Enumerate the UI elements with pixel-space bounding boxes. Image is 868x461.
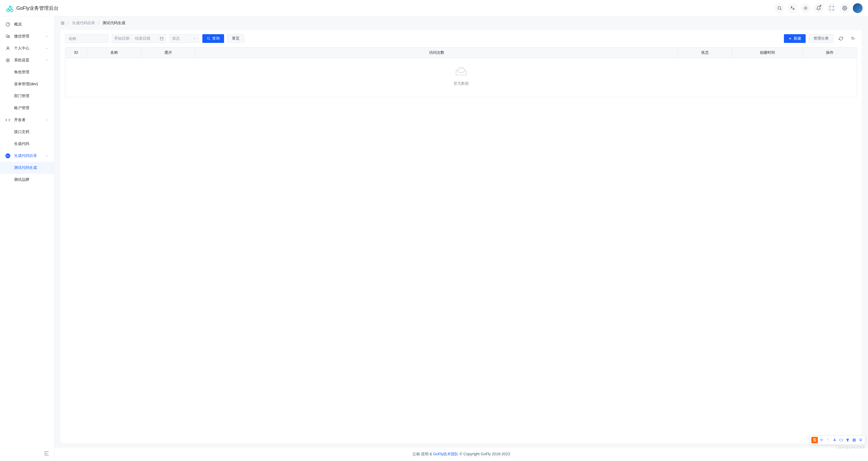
th-image: 图片	[141, 48, 195, 58]
logo-text: GoFly业务管理后台	[16, 5, 59, 11]
notification-dot	[820, 5, 822, 6]
svg-rect-17	[853, 439, 854, 440]
sidebar-item-label: 角色管理	[14, 70, 49, 75]
header-right	[775, 3, 863, 13]
sidebar-item-label: 接口文档	[14, 129, 49, 135]
svg-rect-16	[839, 439, 843, 441]
reset-button[interactable]: 重置	[227, 34, 244, 43]
search-icon	[207, 37, 211, 40]
toolbar-right: 新建 管理分类	[784, 34, 857, 43]
status-select[interactable]: 状态	[169, 34, 199, 43]
sidebar-item-2[interactable]: 个人中心	[0, 42, 54, 54]
breadcrumb-sep: /	[98, 21, 99, 25]
table-empty: 暂无数据	[65, 58, 857, 97]
plus-icon	[788, 37, 792, 40]
refresh-icon[interactable]	[837, 34, 845, 43]
date-range-input[interactable]: 开始日期 - 结束日期	[112, 34, 166, 43]
search-button-label: 查询	[212, 36, 220, 41]
toolbar-left: 开始日期 - 结束日期 状态 查询 重置	[65, 34, 781, 43]
ime-grid-icon[interactable]	[851, 437, 857, 443]
sidebar-item-0[interactable]: 概况	[0, 19, 54, 30]
fullscreen-icon[interactable]	[827, 3, 837, 13]
svg-point-21	[860, 439, 861, 441]
content: / 生成代码目录 / 测试代码生成 开始日期 - 结束日期 状态	[54, 16, 868, 461]
sidebar-item-8[interactable]: 开发者	[0, 114, 54, 126]
empty-icon	[454, 66, 468, 77]
sidebar-item-label: 开发者	[14, 118, 45, 122]
watermark: CSDN @GoFly开发者	[836, 445, 865, 450]
sidebar-item-label: 测试品牌	[14, 177, 49, 182]
logo[interactable]: GoFly业务管理后台	[5, 4, 59, 12]
text-size-icon[interactable]	[848, 34, 857, 43]
calendar-icon	[160, 37, 163, 40]
ime-settings-icon[interactable]	[858, 437, 863, 443]
breadcrumb-home-icon[interactable]	[61, 21, 65, 25]
category-button-label: 管理分类	[813, 36, 829, 41]
theme-icon[interactable]	[801, 3, 810, 13]
sidebar-item-7[interactable]: 账户管理	[0, 102, 54, 114]
settings-icon[interactable]	[840, 3, 849, 13]
date-sep: -	[131, 36, 133, 41]
th-action: 操作	[803, 48, 857, 58]
header-left: GoFly业务管理后台	[5, 4, 59, 12]
notification-icon[interactable]	[814, 3, 824, 13]
sidebar-item-label: 部门管理	[14, 94, 49, 98]
header: GoFly业务管理后台	[0, 0, 868, 16]
ime-mic-icon[interactable]	[832, 437, 837, 443]
empty-text: 暂无数据	[65, 81, 857, 86]
sidebar-item-10[interactable]: 生成代码	[0, 138, 54, 150]
date-end-placeholder: 结束日期	[135, 36, 150, 41]
th-id: ID	[65, 48, 87, 58]
toolbar: 开始日期 - 结束日期 状态 查询 重置	[61, 30, 862, 47]
footer-right: © Copyright GoFly 2018-2023	[458, 452, 510, 456]
sidebar-item-4[interactable]: 角色管理	[0, 66, 54, 78]
svg-point-4	[844, 7, 845, 9]
sidebar: 概况微信管理个人中心系统设置角色管理菜单管理(dev)部门管理账户管理开发者接口…	[0, 16, 54, 461]
th-created: 创建时间	[732, 48, 803, 58]
svg-point-15	[207, 37, 209, 39]
sidebar-item-label: 个人中心	[14, 46, 45, 51]
new-button[interactable]: 新建	[784, 34, 806, 43]
svg-point-3	[805, 7, 806, 9]
breadcrumb-item-catalog[interactable]: 生成代码目录	[72, 21, 95, 26]
sidebar-item-label: 测试代码生成	[14, 165, 49, 170]
footer-left: 云南·昆明 &	[412, 452, 433, 456]
category-button[interactable]: 管理分类	[809, 34, 833, 43]
sidebar-item-1[interactable]: 微信管理	[0, 30, 54, 42]
sidebar-item-label: 微信管理	[14, 34, 45, 39]
sidebar-item-12[interactable]: 测试代码生成	[0, 162, 54, 174]
search-icon[interactable]	[775, 3, 784, 13]
ime-punct-icon[interactable]: °,	[826, 437, 831, 443]
th-name: 名称	[87, 48, 141, 58]
data-table: ID 名称 图片 访问次数 状态 创建时间 操作 暂无数据	[65, 47, 857, 97]
ime-skin-icon[interactable]	[845, 437, 850, 443]
avatar[interactable]	[853, 3, 863, 13]
translate-icon[interactable]	[788, 3, 798, 13]
sidebar-item-13[interactable]: 测试品牌	[0, 174, 54, 186]
svg-point-2	[778, 6, 781, 9]
ime-toolbar[interactable]: S 中 °,	[809, 435, 865, 445]
sidebar-item-11[interactable]: En生成代码目录	[0, 150, 54, 162]
search-button[interactable]: 查询	[203, 34, 224, 43]
status-placeholder: 状态	[172, 36, 191, 41]
sidebar-item-9[interactable]: 接口文档	[0, 126, 54, 138]
sidebar-item-6[interactable]: 部门管理	[0, 90, 54, 102]
sidebar-item-label: 菜单管理(dev)	[14, 82, 49, 87]
ime-keyboard-icon[interactable]	[838, 437, 844, 443]
table-header: ID 名称 图片 访问次数 状态 创建时间 操作	[65, 48, 857, 58]
date-start-placeholder: 开始日期	[114, 36, 129, 41]
svg-point-9	[7, 60, 9, 61]
svg-point-8	[7, 47, 9, 48]
ime-lang[interactable]: 中	[819, 437, 824, 443]
footer-link[interactable]: GoFly技术团队	[433, 452, 458, 456]
sidebar-item-3[interactable]: 系统设置	[0, 54, 54, 66]
sidebar-collapse-icon[interactable]	[43, 450, 50, 457]
sidebar-item-label: 账户管理	[14, 106, 49, 111]
svg-rect-11	[63, 22, 64, 23]
svg-rect-12	[61, 23, 62, 24]
en-badge-icon: En	[5, 153, 10, 158]
sidebar-item-5[interactable]: 菜单管理(dev)	[0, 78, 54, 90]
breadcrumb-item-current: 测试代码生成	[102, 21, 125, 26]
name-input[interactable]	[65, 34, 108, 43]
svg-rect-10	[61, 22, 62, 23]
